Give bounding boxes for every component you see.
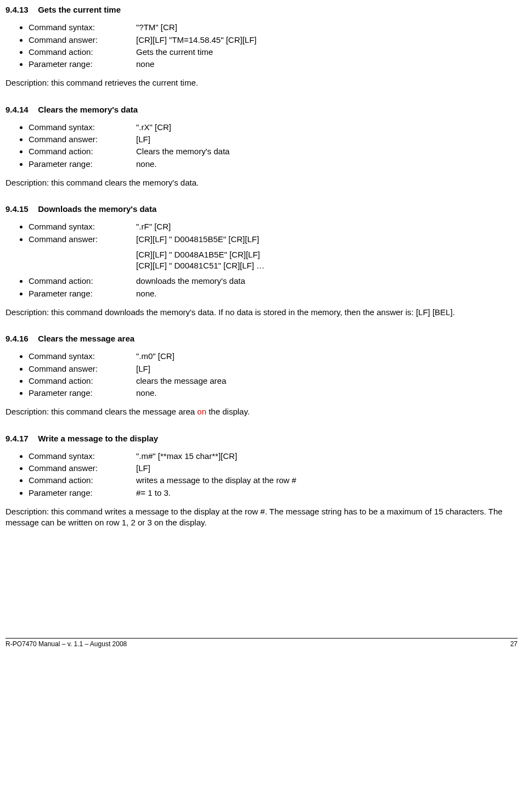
item-value: #= 1 to 3. [136,488,171,499]
section-number: 9.4.17 [5,433,36,444]
section-number: 9.4.14 [5,104,36,115]
item-label: Parameter range: [29,59,136,70]
item-value: [CR][LF] "TM=14.58.45" [CR][LF] [136,35,256,46]
list-item: Parameter range:none. [29,388,518,399]
item-value: none. [136,388,157,399]
list-item: Command answer:[LF] [29,463,518,474]
description: Description: this command downloads the … [5,307,518,318]
section-heading: 9.4.17 Write a message to the display [5,433,518,444]
list-item: Command syntax:".rF" [CR] [29,221,518,232]
item-label: Command syntax: [29,451,136,462]
list-item: Command action:Clears the memory's data [29,146,518,157]
command-list: Command syntax:".rX" [CR] Command answer… [5,122,518,170]
list-item: Command syntax:"?TM" [CR] [29,22,518,33]
item-label: Command action: [29,146,136,157]
item-label: Command syntax: [29,351,136,362]
item-label: Command syntax: [29,22,136,33]
section-heading: 9.4.15 Downloads the memory's data [5,204,518,215]
page-footer: R-PO7470 Manual – v. 1.1 – August 2008 2… [5,638,518,648]
item-value: [LF] [136,134,150,145]
highlighted-word: on [197,407,206,416]
item-label: Command answer: [29,234,136,245]
item-value: downloads the memory's data [136,276,245,287]
continuation-line: [CR][LF] " D0048A1B5E" [CR][LF] [136,249,518,260]
item-value: clears the message area [136,376,226,387]
list-item: Parameter range:none. [29,159,518,170]
item-value: Gets the current time [136,47,213,58]
section-number: 9.4.15 [5,204,36,215]
footer-left: R-PO7470 Manual – v. 1.1 – August 2008 [5,640,127,648]
list-item: Parameter range:none [29,59,518,70]
item-value: writes a message to the display at the r… [136,475,296,486]
item-value: Clears the memory's data [136,146,229,157]
footer-page-number: 27 [510,640,518,648]
section-title-text: Clears the message area [38,334,134,343]
item-label: Command syntax: [29,221,136,232]
item-value: "?TM" [CR] [136,22,177,33]
section-heading: 9.4.16 Clears the message area [5,333,518,344]
description: Description: this command retrieves the … [5,77,518,88]
item-value: ".m#" [**max 15 char**][CR] [136,451,237,462]
section-title-text: Write a message to the display [38,434,158,443]
section-title-text: Gets the current time [38,5,121,14]
list-item: Command action:writes a message to the d… [29,475,518,486]
list-item: Parameter range:none. [29,288,518,299]
item-value: [CR][LF] " D004815B5E" [CR][LF] [136,234,259,245]
list-item: Command syntax:".m0" [CR] [29,351,518,362]
description: Description: this command writes a messa… [5,506,518,529]
section-heading: 9.4.14 Clears the memory's data [5,104,518,115]
list-item: Command syntax:".m#" [**max 15 char**][C… [29,451,518,462]
command-list: Command syntax:".rF" [CR] Command answer… [5,221,518,245]
item-value: none [136,59,154,70]
item-label: Parameter range: [29,159,136,170]
section-title-text: Downloads the memory's data [38,204,156,214]
item-label: Command action: [29,376,136,387]
list-item: Command answer:[LF] [29,363,518,374]
section-heading: 9.4.13 Gets the current time [5,4,518,15]
command-list: Command action:downloads the memory's da… [5,276,518,299]
item-value: none. [136,159,157,170]
item-label: Command action: [29,475,136,486]
list-item: Command action:clears the message area [29,376,518,387]
section-number: 9.4.13 [5,4,36,15]
description: Description: this command clears the mem… [5,177,518,188]
item-label: Parameter range: [29,488,136,499]
item-value: none. [136,288,157,299]
description: Description: this command clears the mes… [5,406,518,417]
list-item: Command answer:[LF] [29,134,518,145]
item-value: ".m0" [CR] [136,351,175,362]
list-item: Parameter range:#= 1 to 3. [29,488,518,499]
section-title-text: Clears the memory's data [38,105,138,114]
item-value: [LF] [136,363,150,374]
item-label: Command action: [29,47,136,58]
list-item: Command action:downloads the memory's da… [29,276,518,287]
command-list: Command syntax:".m#" [**max 15 char**][C… [5,451,518,499]
section-number: 9.4.16 [5,333,36,344]
item-label: Parameter range: [29,288,136,299]
list-item: Command action:Gets the current time [29,47,518,58]
continuation-line: [CR][LF] " D00481C51" [CR][LF] … [136,260,518,271]
command-list: Command syntax:"?TM" [CR] Command answer… [5,22,518,70]
list-item: Command answer:[CR][LF] " D004815B5E" [C… [29,234,518,245]
item-value: [LF] [136,463,150,474]
item-label: Command answer: [29,134,136,145]
item-label: Command answer: [29,363,136,374]
item-label: Command syntax: [29,122,136,133]
item-label: Parameter range: [29,388,136,399]
item-value: ".rF" [CR] [136,221,171,232]
item-value: ".rX" [CR] [136,122,171,133]
command-list: Command syntax:".m0" [CR] Command answer… [5,351,518,399]
item-label: Command answer: [29,35,136,46]
item-label: Command answer: [29,463,136,474]
item-label: Command action: [29,276,136,287]
list-item: Command syntax:".rX" [CR] [29,122,518,133]
list-item: Command answer:[CR][LF] "TM=14.58.45" [C… [29,35,518,46]
